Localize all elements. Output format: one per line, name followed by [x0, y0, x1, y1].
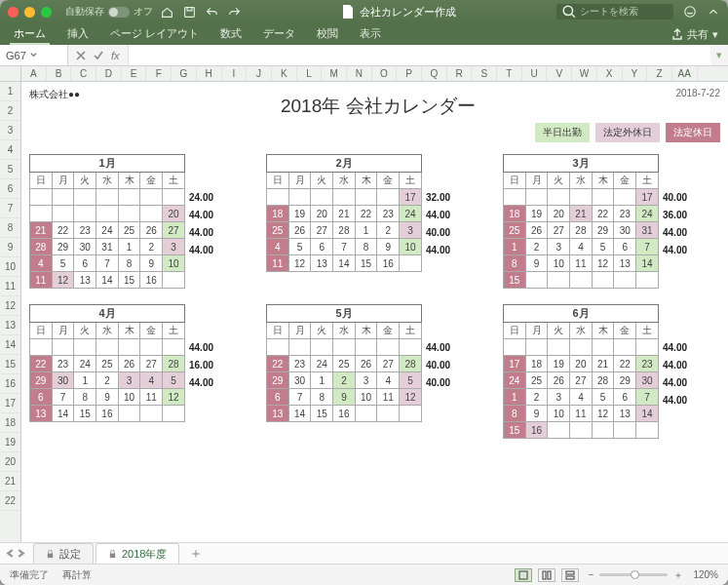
- calendar-cell[interactable]: 10: [400, 239, 422, 255]
- column-header[interactable]: Y: [623, 66, 648, 81]
- calendar-cell[interactable]: 27: [163, 222, 185, 239]
- calendar-cell[interactable]: 29: [614, 372, 636, 389]
- calendar-cell[interactable]: 4: [377, 372, 400, 389]
- calendar-cell[interactable]: 15: [74, 406, 96, 422]
- calendar-cell[interactable]: 13: [614, 255, 636, 272]
- row-header[interactable]: 19: [0, 433, 20, 452]
- calendar-cell[interactable]: 15: [504, 272, 526, 289]
- formula-input[interactable]: [128, 45, 710, 65]
- calendar-cell[interactable]: [30, 339, 53, 356]
- column-header[interactable]: G: [172, 66, 197, 81]
- minimize-window-button[interactable]: [24, 7, 35, 18]
- calendar-cell[interactable]: 30: [288, 372, 311, 389]
- search-box[interactable]: シートを検索: [556, 4, 673, 20]
- calendar-cell[interactable]: [525, 189, 548, 206]
- calendar-cell[interactable]: 3: [355, 372, 377, 389]
- calendar-cell[interactable]: [570, 339, 593, 356]
- calendar-cell[interactable]: 29: [52, 239, 74, 255]
- calendar-cell[interactable]: 31: [636, 222, 659, 239]
- calendar-cell[interactable]: 13: [267, 406, 289, 422]
- calendar-cell[interactable]: 16: [96, 406, 119, 422]
- calendar-cell[interactable]: 21: [30, 222, 53, 239]
- calendar-cell[interactable]: [311, 339, 333, 356]
- save-icon[interactable]: [183, 6, 196, 19]
- calendar-cell[interactable]: [614, 339, 636, 356]
- calendar-cell[interactable]: [504, 189, 526, 206]
- row-header[interactable]: 21: [0, 472, 20, 491]
- calendar-cell[interactable]: 13: [311, 255, 333, 272]
- calendar-cell[interactable]: 17: [636, 189, 659, 206]
- calendar-cell[interactable]: 24: [504, 372, 526, 389]
- calendar-cell[interactable]: 11: [570, 406, 593, 422]
- row-header[interactable]: 8: [0, 218, 20, 238]
- calendar-cell[interactable]: 8: [74, 389, 96, 406]
- tab-page-layout[interactable]: ページ レイアウト: [106, 23, 203, 45]
- sheet-prev-icon[interactable]: [6, 549, 15, 558]
- calendar-cell[interactable]: [118, 406, 140, 422]
- calendar-cell[interactable]: 17: [504, 356, 526, 372]
- calendar-cell[interactable]: 10: [548, 406, 570, 422]
- column-header[interactable]: F: [146, 66, 172, 81]
- column-header[interactable]: P: [397, 66, 422, 81]
- calendar-cell[interactable]: 6: [614, 389, 636, 406]
- calendar-cell[interactable]: 14: [52, 406, 74, 422]
- calendar-cell[interactable]: [614, 422, 636, 439]
- calendar-cell[interactable]: [570, 189, 593, 206]
- calendar-cell[interactable]: 20: [163, 206, 185, 222]
- zoom-in-button[interactable]: ＋: [673, 568, 683, 582]
- calendar-cell[interactable]: [377, 406, 400, 422]
- calendar-cell[interactable]: [52, 189, 74, 206]
- calendar-cell[interactable]: 19: [548, 356, 570, 372]
- calendar-cell[interactable]: 13: [74, 272, 96, 289]
- calendar-cell[interactable]: 26: [140, 222, 163, 239]
- calendar-cell[interactable]: 22: [614, 356, 636, 372]
- row-header[interactable]: 11: [0, 277, 20, 296]
- column-header[interactable]: AA: [672, 66, 698, 81]
- tab-view[interactable]: 表示: [356, 23, 385, 45]
- calendar-cell[interactable]: 24: [311, 356, 333, 372]
- calendar-cell[interactable]: 26: [118, 356, 140, 372]
- calendar-cell[interactable]: [140, 206, 163, 222]
- calendar-cell[interactable]: 1: [74, 372, 96, 389]
- row-header[interactable]: 10: [0, 257, 20, 277]
- calendar-cell[interactable]: 28: [163, 356, 185, 372]
- calendar-cell[interactable]: 7: [636, 239, 659, 255]
- column-header[interactable]: B: [47, 66, 72, 81]
- calendar-cell[interactable]: 23: [288, 356, 311, 372]
- select-all-corner[interactable]: [0, 66, 21, 81]
- calendar-cell[interactable]: 4: [30, 255, 53, 272]
- calendar-cell[interactable]: 14: [636, 255, 659, 272]
- calendar-cell[interactable]: 5: [592, 389, 614, 406]
- calendar-cell[interactable]: 25: [118, 222, 140, 239]
- sheet-tab-2018[interactable]: 2018年度: [96, 543, 179, 565]
- zoom-level[interactable]: 120%: [693, 569, 718, 580]
- calendar-cell[interactable]: 3: [548, 239, 570, 255]
- column-header[interactable]: W: [572, 66, 597, 81]
- calendar-cell[interactable]: 9: [377, 239, 400, 255]
- calendar-cell[interactable]: 28: [570, 222, 593, 239]
- calendar-cell[interactable]: 10: [163, 255, 185, 272]
- calendar-cell[interactable]: 9: [333, 389, 356, 406]
- calendar-cell[interactable]: 1: [118, 239, 140, 255]
- check-icon[interactable]: [94, 51, 103, 60]
- calendar-cell[interactable]: 23: [614, 206, 636, 222]
- calendar-cell[interactable]: [548, 272, 570, 289]
- close-window-button[interactable]: [8, 7, 19, 18]
- calendar-cell[interactable]: 11: [267, 255, 289, 272]
- column-header[interactable]: V: [547, 66, 572, 81]
- calendar-cell[interactable]: 2: [333, 372, 356, 389]
- zoom-track[interactable]: [599, 573, 668, 576]
- calendar-cell[interactable]: [592, 422, 614, 439]
- calendar-cell[interactable]: 27: [377, 356, 400, 372]
- calendar-cell[interactable]: 27: [311, 222, 333, 239]
- row-header[interactable]: 9: [0, 238, 20, 257]
- calendar-cell[interactable]: 3: [118, 372, 140, 389]
- row-header[interactable]: 16: [0, 374, 20, 394]
- fx-label[interactable]: fx: [111, 50, 120, 61]
- calendar-cell[interactable]: 5: [592, 239, 614, 255]
- autosave-switch[interactable]: [108, 7, 130, 18]
- calendar-cell[interactable]: 7: [288, 389, 311, 406]
- calendar-cell[interactable]: 23: [377, 206, 400, 222]
- calendar-cell[interactable]: [636, 339, 659, 356]
- calendar-cell[interactable]: 8: [504, 255, 526, 272]
